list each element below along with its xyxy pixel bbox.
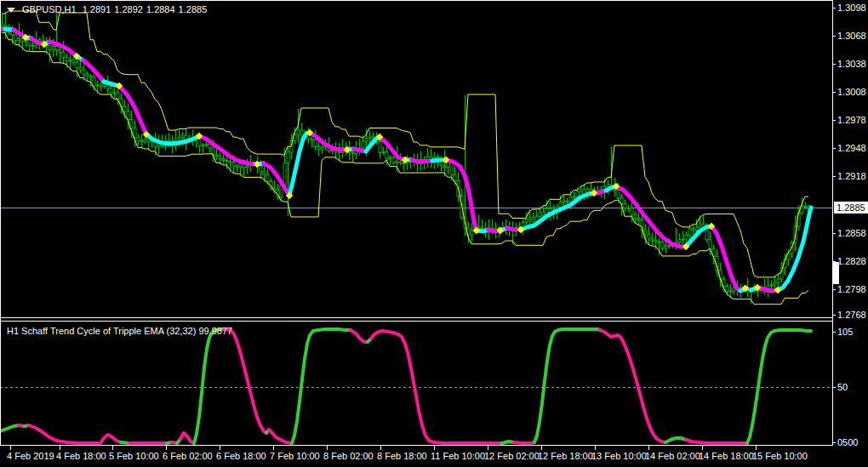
candle (79, 68, 82, 70)
chart-title-bar: GBPUSD,H1 1.28911.28921.28841.2885 (22, 4, 210, 15)
candle (539, 213, 541, 217)
candle (236, 166, 238, 167)
candle (62, 53, 65, 58)
candle (573, 196, 575, 197)
candle (532, 218, 534, 222)
candle (222, 158, 225, 160)
stc-segment-up (747, 330, 811, 443)
stc-segment-up (502, 441, 514, 443)
time-axis-label: 6 Feb 18:00 (216, 451, 266, 461)
candle (147, 140, 150, 142)
time-axis-label: 7 Feb 10:00 (270, 451, 320, 461)
candle (266, 174, 269, 181)
candle (648, 235, 650, 238)
stc-segment-down (600, 330, 665, 442)
ohlc-open: 1.2891 (83, 4, 111, 14)
candle (219, 157, 221, 159)
time-axis-label: 14 Feb 18:00 (699, 451, 754, 461)
price-axis-label: 1.2858 (837, 228, 866, 238)
candle (729, 291, 732, 292)
candle (634, 214, 637, 218)
stc-indicator-layer (0, 329, 832, 443)
candle (21, 38, 24, 41)
indicator-axis-label: 50 (837, 382, 848, 392)
time-axis-label: 15 Feb 10:00 (752, 451, 808, 461)
candle (692, 229, 694, 231)
chart-canvas[interactable] (0, 0, 868, 467)
candle (385, 152, 388, 159)
candle (181, 135, 184, 138)
candle (55, 46, 58, 49)
time-axis-label: 6 Feb 02:00 (163, 451, 213, 461)
time-axis-label: 4 Feb 2019 (7, 451, 54, 461)
candle (379, 142, 381, 153)
candle (283, 163, 286, 185)
candle (178, 138, 180, 140)
candle (566, 201, 568, 202)
candle (93, 77, 95, 86)
candle (631, 208, 633, 214)
candle (134, 128, 136, 138)
candle (528, 218, 531, 220)
symbol-dropdown-icon[interactable] (7, 8, 15, 13)
price-axis-label: 1.2828 (837, 256, 866, 266)
candle (287, 152, 289, 163)
candle (96, 85, 99, 86)
candle (362, 141, 364, 148)
stc-segment-down (225, 329, 266, 433)
price-axis-label: 1.2798 (837, 284, 866, 294)
candle (311, 139, 313, 140)
indicator-axis-label: 105 (837, 327, 853, 337)
candle (239, 163, 242, 167)
ohlc-low: 1.2884 (146, 4, 175, 14)
stc-segment-down (686, 440, 747, 443)
price-axis-label: 1.3068 (837, 31, 866, 41)
candle (1, 24, 3, 26)
candle (72, 60, 75, 63)
candle (130, 119, 133, 128)
stc-segment-down (514, 442, 534, 443)
stc-segment-up (534, 329, 600, 442)
candle (140, 140, 143, 141)
candle (542, 213, 545, 215)
stc-segment-up (665, 438, 686, 442)
candle (100, 85, 102, 87)
price-axis-label: 1.2978 (837, 115, 866, 125)
candle (246, 166, 248, 168)
candle (321, 147, 323, 150)
candle (685, 235, 688, 239)
candle (651, 238, 654, 240)
channel-lower-line (2, 32, 808, 304)
candle (49, 45, 51, 49)
candle (117, 93, 119, 99)
candle (226, 161, 228, 162)
stc-segment-down (351, 330, 368, 342)
candle (215, 155, 218, 157)
price-axis-label: 1.3098 (837, 3, 866, 13)
candle (726, 286, 728, 291)
candle (624, 203, 626, 208)
candle (399, 162, 402, 163)
time-axis-label: 8 Feb 18:00 (377, 451, 427, 461)
candle (368, 137, 371, 139)
ohlc-close: 1.2885 (179, 4, 208, 14)
candle (110, 88, 112, 93)
stc-segment-down (269, 430, 292, 443)
candle (86, 74, 89, 76)
candle (668, 245, 671, 246)
candle (576, 191, 579, 196)
tema-segment-up (521, 193, 594, 230)
candle (709, 240, 711, 249)
current-price-tag: 1.2885 (834, 202, 868, 214)
signal-markers-layer (22, 34, 781, 293)
candle (665, 245, 667, 248)
tema-segment-down (199, 136, 257, 164)
price-axis-label: 1.3008 (837, 87, 866, 97)
candle (297, 130, 300, 134)
candle (89, 76, 92, 77)
time-axis-label: 12 Feb 18:00 (538, 451, 593, 461)
candle (14, 35, 17, 41)
candle (525, 219, 528, 222)
window-borders (0, 0, 833, 446)
candle (688, 229, 691, 236)
